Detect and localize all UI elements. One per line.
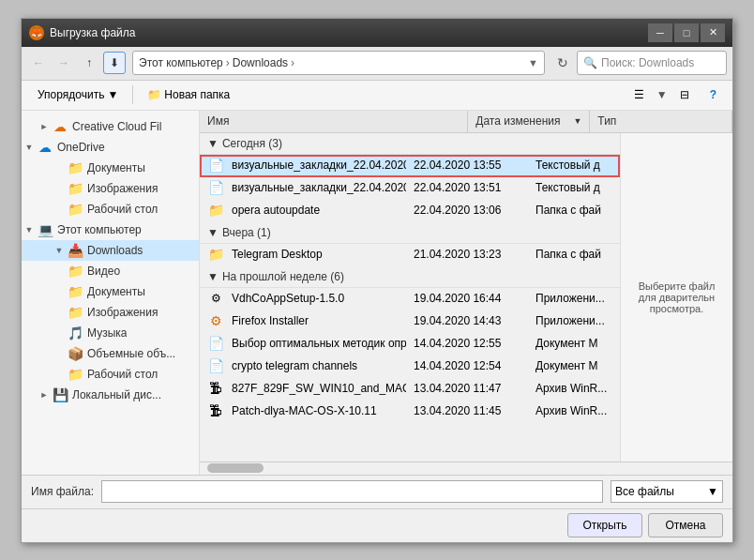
file-name: VdhCoAppSetup-1.5.0 <box>232 292 344 305</box>
filename-input[interactable] <box>101 480 603 503</box>
sidebar-item-music[interactable]: 🎵 Музыка <box>22 323 199 343</box>
open-button[interactable]: Открыть <box>567 513 642 537</box>
group-yesterday[interactable]: ▼ Вчера (1) <box>200 222 620 244</box>
file-row[interactable]: 📄 Выбор оптимальных методик определ... 1… <box>200 333 620 356</box>
file-date-cell: 19.04.2020 14:43 <box>406 314 528 327</box>
creative-cloud-icon: ☁ <box>52 119 68 134</box>
organize-arrow-icon: ▼ <box>107 88 118 101</box>
sidebar-label-desktop: Рабочий стол <box>87 203 158 216</box>
file-name-cell: 📄 crypto telegram channels <box>200 358 406 373</box>
file-list-scroll-area[interactable]: ▼ Сегодня (3) 📄 визуальные_закладки_22.0… <box>200 133 620 462</box>
sidebar-item-images2[interactable]: 📁 Изображения <box>22 302 199 323</box>
sidebar-item-documents2[interactable]: 📁 Документы <box>22 281 199 302</box>
sidebar-label-documents2: Документы <box>87 285 145 298</box>
sidebar-item-onedrive[interactable]: ▼ ☁ OneDrive <box>22 137 199 158</box>
maximize-button[interactable]: □ <box>674 23 699 42</box>
search-bar[interactable]: 🔍 Поиск: Downloads <box>577 51 727 75</box>
close-button[interactable]: ✕ <box>701 23 725 42</box>
file-row[interactable]: 📁 Telegram Desktop 21.04.2020 13:23 Папк… <box>200 244 620 266</box>
column-header-type[interactable]: Тип <box>590 111 732 132</box>
new-folder-button[interactable]: 📁 Новая папка <box>139 85 238 104</box>
file-list-scroll-container: ▼ Сегодня (3) 📄 визуальные_закладки_22.0… <box>200 133 732 462</box>
sidebar-label-localdisk: Локальный дис... <box>72 388 161 401</box>
group-today[interactable]: ▼ Сегодня (3) <box>200 133 620 155</box>
filetype-dropdown[interactable]: Все файлы ▼ <box>611 480 723 503</box>
expand-icon: ► <box>37 119 52 134</box>
file-row[interactable]: 📄 визуальные_закладки_22.04.2020 22.04.2… <box>200 177 620 200</box>
main-area: ► ☁ Creative Cloud Fil ▼ ☁ OneDrive 📁 До… <box>22 111 732 475</box>
sidebar-item-localdisk[interactable]: ► 💾 Локальный дис... <box>22 385 199 405</box>
column-header-name[interactable]: Имя <box>200 111 468 132</box>
sidebar-item-images[interactable]: 📁 Изображения <box>22 178 199 199</box>
file-row[interactable]: 📁 opera autoupdate 22.04.2020 13:06 Папк… <box>200 200 620 222</box>
file-name: opera autoupdate <box>232 204 320 217</box>
file-type-cell: Папка с фай <box>528 248 620 261</box>
file-name-cell: 🗜 Patch-dlya-MAC-OS-X-10.11 <box>200 403 406 418</box>
sidebar-item-3d[interactable]: 📦 Объемные объ... <box>22 343 199 364</box>
scrollbar-thumb[interactable] <box>207 463 264 473</box>
sidebar-item-creative-cloud[interactable]: ► ☁ Creative Cloud Fil <box>22 116 199 137</box>
address-bar[interactable]: Этот компьютер › Downloads › ▼ <box>132 51 545 75</box>
file-name-cell: 📄 визуальные_закладки_22.04.2020 <box>200 180 406 195</box>
file-name-cell: 📁 opera autoupdate <box>200 203 406 218</box>
file-row[interactable]: ⚙ Firefox Installer 19.04.2020 14:43 При… <box>200 310 620 333</box>
bottom-filename-bar: Имя файла: Все файлы ▼ <box>22 475 732 508</box>
group-yesterday-label: Вчера (1) <box>222 226 271 239</box>
expand-icon: ▼ <box>52 243 67 258</box>
column-header-date[interactable]: Дата изменения ▼ <box>468 111 590 132</box>
up-button[interactable]: ↑ <box>78 52 100 74</box>
sidebar-item-this-pc[interactable]: ▼ 💻 Этот компьютер <box>22 219 199 240</box>
refresh-button[interactable]: ↻ <box>551 52 574 74</box>
file-type-cell: Текстовый д <box>528 181 620 194</box>
back-button[interactable]: ← <box>27 52 50 74</box>
file-row[interactable]: 📄 визуальные_закладки_22.04.2020 (1) 22.… <box>200 155 620 177</box>
file-row[interactable]: 🗜 Patch-dlya-MAC-OS-X-10.11 13.04.2020 1… <box>200 401 620 423</box>
open-label: Открыть <box>582 519 626 532</box>
expand-icon <box>52 181 67 196</box>
file-date-cell: 21.04.2020 13:23 <box>406 248 528 261</box>
folder-icon: 📁 <box>67 202 83 217</box>
view-details-button[interactable]: ☰ <box>626 85 653 104</box>
file-name: Firefox Installer <box>232 314 309 327</box>
toolbar: Упорядочить ▼ 📁 Новая папка ☰ ▼ ⊟ ? <box>22 81 732 111</box>
archive-icon: 🗜 <box>207 403 224 418</box>
file-name: Patch-dlya-MAC-OS-X-10.11 <box>232 404 377 417</box>
minimize-button[interactable]: ─ <box>648 23 672 42</box>
file-name: Telegram Desktop <box>232 248 323 261</box>
content-area: Имя Дата изменения ▼ Тип ▼ Сегодня (3) <box>200 111 732 475</box>
view-arrow-icon: ▼ <box>656 88 668 101</box>
forward-button[interactable]: → <box>53 52 75 74</box>
objects-icon: 📦 <box>67 346 83 361</box>
group-last-week-label: На прошлой неделе (6) <box>222 270 344 283</box>
file-type-cell: Архив WinR... <box>528 382 620 395</box>
sidebar-item-video[interactable]: 📁 Видео <box>22 261 199 281</box>
expand-icon <box>52 264 67 279</box>
address-dropdown-arrow[interactable]: ▼ <box>528 57 538 68</box>
help-button[interactable]: ? <box>701 85 725 104</box>
file-row[interactable]: 🗜 827F_829F_SW_WIN10_and_MAC1011 13.04.2… <box>200 378 620 401</box>
computer-icon: 💻 <box>37 222 53 237</box>
video-icon: 📁 <box>67 264 83 279</box>
file-row[interactable]: ⚙ VdhCoAppSetup-1.5.0 19.04.2020 16:44 П… <box>200 288 620 310</box>
down-arrow-nav-button[interactable]: ⬇ <box>103 52 126 74</box>
organize-button[interactable]: Упорядочить ▼ <box>29 85 127 104</box>
toolbar-separator <box>132 85 133 104</box>
window-title: Выгрузка файла <box>50 26 648 39</box>
sidebar-item-downloads[interactable]: ▼ 📥 Downloads <box>22 240 199 261</box>
sidebar-item-documents[interactable]: 📁 Документы <box>22 158 199 178</box>
horizontal-scrollbar[interactable] <box>200 462 732 475</box>
view-pane-button[interactable]: ⊟ <box>671 85 698 104</box>
expand-icon: ▼ <box>22 140 37 155</box>
file-date-cell: 22.04.2020 13:06 <box>406 204 528 217</box>
title-bar: 🦊 Выгрузка файла ─ □ ✕ <box>22 19 732 47</box>
sidebar-item-desktop2[interactable]: 📁 Рабочий стол <box>22 364 199 385</box>
cancel-button[interactable]: Отмена <box>648 513 723 537</box>
cancel-label: Отмена <box>665 519 705 532</box>
sidebar-item-desktop[interactable]: 📁 Рабочий стол <box>22 199 199 219</box>
file-row[interactable]: 📄 crypto telegram channels 14.04.2020 12… <box>200 356 620 378</box>
col-name-label: Имя <box>207 114 229 128</box>
file-type-cell: Приложени... <box>528 314 620 327</box>
sidebar-label-video: Видео <box>87 265 120 278</box>
file-date-cell: 13.04.2020 11:45 <box>406 404 528 417</box>
group-last-week[interactable]: ▼ На прошлой неделе (6) <box>200 266 620 288</box>
